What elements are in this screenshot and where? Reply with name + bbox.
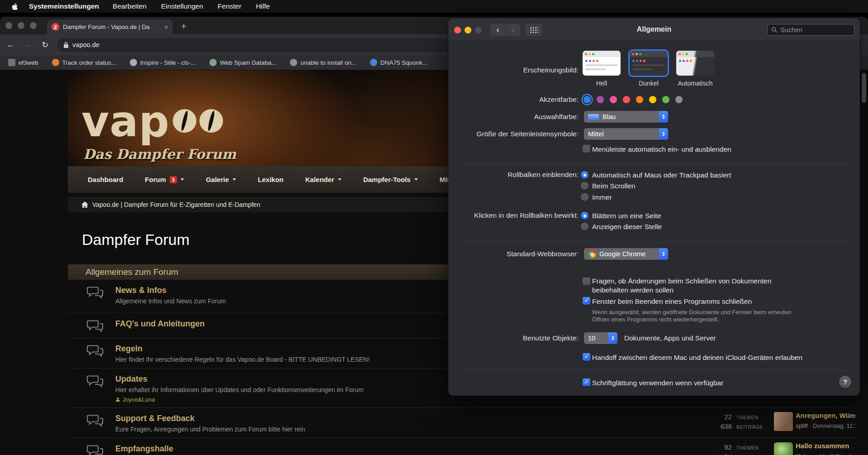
chevron-down-icon [180,178,184,181]
bookmark-favicon [370,59,377,66]
menubar-app-name[interactable]: Systemeinstellungen [29,2,99,10]
appearance-option-automatisch[interactable] [676,51,714,76]
last-post-link[interactable]: Anregungen, Wünsche [796,412,855,419]
system-preferences-window: ‹ › Allgemein Erscheinungsbild: Hel [448,18,860,396]
accent-purple[interactable] [597,96,604,103]
person-icon [115,397,120,402]
accent-orange[interactable] [636,96,643,103]
forum-link[interactable]: Updates [115,374,147,384]
bookmark-ef3web[interactable]: ef3web [8,59,38,66]
blue-swatch [588,114,599,120]
nav-galerie[interactable]: Galerie [195,166,247,193]
accent-label: Akzentfarbe: [448,95,579,104]
last-post: Hallo zusammen Melone · Vor 8 Stunden [796,442,855,455]
search-input[interactable] [780,26,850,34]
menubar-item-bearbeiten[interactable]: Bearbeiten [113,2,147,10]
radio-scrollbars-always[interactable] [581,193,588,201]
check-icon: ✓ [583,353,590,361]
back-icon[interactable]: ← [6,40,15,50]
checkbox-close-windows[interactable]: ✓ [583,297,590,305]
browser-tab[interactable]: 2 Dampfer Forum - Vapoo.de | Da × [47,19,173,34]
bookmark-unable-install[interactable]: unable to install on... [290,59,356,66]
radio-scrollbars-scrolling[interactable] [581,182,588,190]
new-tab-button[interactable]: + [181,21,186,32]
forum-link[interactable]: News & Infos [115,285,166,295]
home-icon [81,201,88,208]
comments-icon [87,414,104,430]
menubar-item-fenster[interactable]: Fenster [218,2,242,10]
avatar[interactable] [774,412,793,431]
appearance-label-automatisch: Automatisch [676,80,714,87]
help-button[interactable]: ? [839,376,851,388]
bookmark-webspam[interactable]: Web Spam Databa... [209,59,276,66]
menubar-item-hilfe[interactable]: Hilfe [256,2,270,10]
handoff-label: Handoff zwischen diesem Mac und deinen i… [592,353,802,362]
reload-icon[interactable]: ↻ [42,40,48,50]
bookmark-inspire[interactable]: Inspire - Stile - cls-... [130,59,196,66]
nav-forum[interactable]: Forum3 [134,166,195,193]
browser-minimize-button[interactable] [18,22,24,29]
accent-graphite[interactable] [675,96,683,103]
separator [459,370,849,370]
nav-dashboard[interactable]: Dashboard [77,166,134,193]
default-browser-select[interactable]: Google Chrome [584,248,668,260]
avatar[interactable] [774,442,793,455]
vapoo-logo[interactable]: vap [81,104,223,140]
recent-items-label: Benutzte Objekte: [448,334,579,343]
forum-link[interactable]: FAQ's und Anleitungen [115,319,205,329]
tab-close-icon[interactable]: × [164,23,168,31]
bookmark-dna75[interactable]: DNA75 Squonk... [370,59,427,66]
scrollbar-thumb[interactable] [862,73,866,103]
accent-colors [583,96,683,103]
tab-notification-badge: 2 [52,23,59,31]
forum-link[interactable]: Empfangshalle [115,444,173,454]
scrollbars-option-auto[interactable]: Automatisch auf Maus oder Trackpad basie… [592,171,731,180]
appearance-option-dunkel[interactable] [630,51,668,76]
sidebar-size-select[interactable]: Mittel [584,128,668,140]
highlight-color-select[interactable]: Blau [584,111,668,123]
comments-icon [87,344,104,360]
checkbox-menubar-autohide[interactable] [583,145,590,153]
scrollbars-option-always[interactable]: Immer [592,193,612,202]
forum-link[interactable]: Support & Feedback [115,413,194,423]
checkbox-handoff[interactable]: ✓ [583,353,590,361]
accent-red[interactable] [623,96,630,103]
accent-green[interactable] [662,96,669,103]
nav-lexikon[interactable]: Lexikon [247,166,294,193]
scrollbars-option-scrolling[interactable]: Beim Scrollen [592,182,636,191]
apple-menu[interactable] [11,3,19,10]
last-post-author[interactable]: spliff [796,422,808,429]
last-post-author[interactable]: Melone [796,453,815,455]
accent-blue[interactable] [583,96,591,103]
bookmark-favicon [130,59,137,66]
tab-title: Dampfer Forum - Vapoo.de | Da [63,24,161,30]
macos-menubar: Systemeinstellungen Bearbeiten Einstellu… [0,0,868,13]
stepper-icon [659,128,668,140]
appearance-option-hell[interactable] [583,51,621,76]
checkbox-ask-keep-changes[interactable] [583,278,590,285]
bookmark-track-order[interactable]: Track order status... [52,59,117,66]
check-icon: ✓ [583,378,590,386]
nav-dampfer-tools[interactable]: Dampfer-Tools [352,166,429,193]
accent-yellow[interactable] [649,96,656,103]
font-smoothing-label: Schriftglättung verwenden wenn verfügbar [592,378,723,388]
scrollbar-click-option-spot[interactable]: Anzeigen dieser Stelle [592,222,662,231]
recent-items-select[interactable]: 10 [584,332,617,344]
radio-jump-page[interactable] [581,212,588,220]
default-browser-label: Standard-Webbrowser: [448,249,579,259]
radio-jump-spot[interactable] [581,223,588,230]
comments-icon [87,374,104,391]
browser-zoom-button[interactable] [30,22,37,29]
last-post-link[interactable]: Hallo zusammen [796,442,849,450]
search-field[interactable] [767,24,854,36]
last-post-time: · Vor 8 Stunden [816,453,855,455]
browser-close-button[interactable] [5,22,12,29]
menubar-item-einstellungen[interactable]: Einstellungen [161,2,203,10]
scrollbar-click-option-page[interactable]: Blättern um eine Seite [592,211,661,220]
author-name[interactable]: Joyce&Luna [123,396,155,403]
radio-scrollbars-auto[interactable] [581,171,588,179]
accent-pink[interactable] [610,96,617,103]
nav-kalender[interactable]: Kalender [294,166,352,193]
forum-link[interactable]: Regeln [115,344,142,354]
checkbox-font-smoothing[interactable]: ✓ [583,378,590,386]
